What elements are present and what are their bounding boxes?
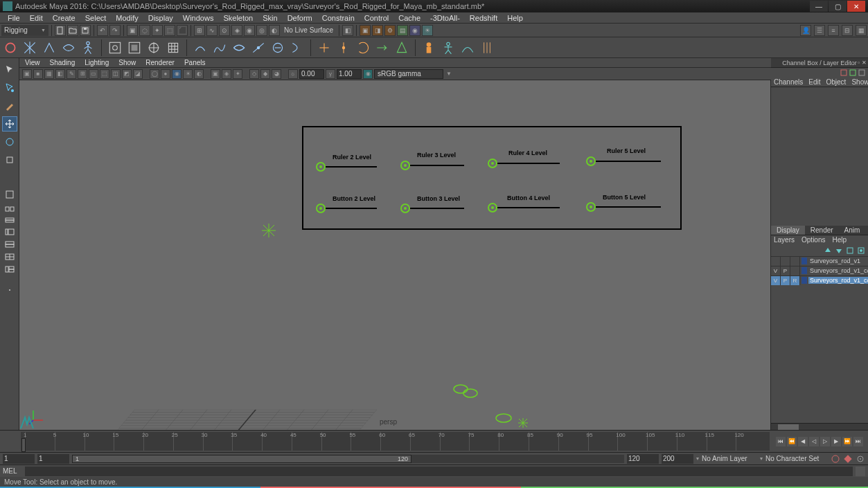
rig-handle-button2[interactable] <box>316 204 326 213</box>
layer-vis-cell[interactable]: V <box>771 276 781 285</box>
rig-handle-button4[interactable] <box>488 203 497 213</box>
image-plane-icon[interactable]: ▦ <box>44 69 54 79</box>
new-layer-assign-icon[interactable] <box>857 246 865 255</box>
lattice-icon[interactable] <box>166 40 181 55</box>
color-space-dropdown[interactable]: sRGB gamma <box>374 69 443 79</box>
wireframe-icon[interactable]: ◯ <box>150 69 159 79</box>
rig-handle-ruler4[interactable] <box>488 159 497 168</box>
rig-handle-ruler2[interactable] <box>316 162 326 172</box>
script-lang-label[interactable]: MEL <box>3 467 22 475</box>
paint-weights-icon[interactable] <box>127 40 142 55</box>
gate-mask-icon[interactable]: ◫ <box>111 69 121 79</box>
snap-point-icon[interactable]: ⊙ <box>219 25 230 36</box>
wire-icon[interactable] <box>251 40 266 55</box>
viewport[interactable]: Ruler 2 Level Ruler 3 Level Ruler 4 Leve… <box>19 80 771 430</box>
channel-box-icon[interactable]: ▦ <box>856 25 867 36</box>
cluster-icon[interactable] <box>193 40 208 55</box>
exposure-value[interactable]: 0.00 <box>299 69 324 79</box>
rig-track-ruler2[interactable] <box>326 166 377 168</box>
menu-constrain[interactable]: Constrain <box>317 14 360 22</box>
persp-outliner-icon[interactable] <box>2 240 17 249</box>
range-handle[interactable]: 1 120 <box>72 455 411 463</box>
tool-settings-icon[interactable]: ⊟ <box>842 25 853 36</box>
orient-constraint-icon[interactable] <box>355 40 371 55</box>
gamma-icon[interactable]: γ <box>326 69 335 79</box>
new-layer-icon[interactable] <box>846 246 854 255</box>
paint-tool[interactable] <box>2 98 17 114</box>
menu-options[interactable]: Options <box>801 236 825 244</box>
menu-skin[interactable]: Skin <box>258 14 282 22</box>
layer-scrollbar[interactable] <box>771 423 868 430</box>
2d-pan-icon[interactable]: ◧ <box>55 69 65 79</box>
layer-move-up-icon[interactable] <box>824 246 832 255</box>
ik-spline-icon[interactable] <box>61 40 76 55</box>
channel-icon-3[interactable] <box>858 69 865 76</box>
wrap-icon[interactable] <box>231 40 247 55</box>
single-pane-icon[interactable] <box>2 187 17 202</box>
quick-rig-icon[interactable] <box>421 40 436 55</box>
tab-render[interactable]: Render <box>805 226 839 235</box>
menu-3dtoall[interactable]: -3DtoAll- <box>425 14 465 22</box>
menu-deform[interactable]: Deform <box>283 14 317 22</box>
panel-menu-renderer[interactable]: Renderer <box>145 59 175 66</box>
prefs-icon[interactable] <box>856 454 865 464</box>
shadows-icon[interactable]: ◐ <box>194 69 204 79</box>
go-to-end-icon[interactable]: ⏭ <box>853 437 863 446</box>
outliner-pane-icon[interactable] <box>2 227 17 237</box>
character-set-dropdown[interactable]: No Character Set <box>765 455 828 462</box>
move-tool[interactable] <box>2 116 17 132</box>
film-gate-icon[interactable]: ▭ <box>89 69 98 79</box>
render-view-icon[interactable]: ▤ <box>397 25 408 36</box>
time-current-marker[interactable] <box>21 438 26 452</box>
range-end-inner[interactable]: 120 <box>627 454 659 464</box>
range-track[interactable]: 1 120 <box>72 455 624 463</box>
layer-vis-cell[interactable]: V <box>771 266 781 275</box>
layer-color-swatch[interactable] <box>801 257 807 264</box>
anim-layer-dropdown[interactable]: No Anim Layer <box>702 455 757 462</box>
layer-ref-cell[interactable] <box>790 257 800 266</box>
menu-redshift[interactable]: Redshift <box>465 14 502 22</box>
four-pane-icon[interactable] <box>2 205 17 213</box>
menu-cache[interactable]: Cache <box>393 14 425 22</box>
rig-track-button2[interactable] <box>326 208 377 209</box>
ring-control-2[interactable] <box>495 413 513 424</box>
human-ik-icon[interactable] <box>441 40 456 55</box>
light-editor-icon[interactable]: ☀ <box>422 25 433 36</box>
rig-track-ruler5[interactable] <box>596 161 661 162</box>
attribute-editor-icon[interactable]: ≡ <box>828 25 839 36</box>
point-constraint-icon[interactable] <box>336 40 351 55</box>
redo-icon[interactable]: ↷ <box>109 25 121 36</box>
snap-plane-icon[interactable]: ◈ <box>231 25 242 36</box>
exposure-icon[interactable]: ☼ <box>288 69 298 79</box>
hypershade-icon[interactable]: ◉ <box>409 25 420 36</box>
layer-row[interactable]: V P Surveyors_rod_v1_con <box>771 266 868 275</box>
select-tool[interactable] <box>2 62 17 78</box>
render-frame-icon[interactable]: ▣ <box>360 25 371 36</box>
lasso-tool[interactable] <box>2 80 17 96</box>
menu-control[interactable]: Control <box>360 14 393 22</box>
ao-icon[interactable]: ◕ <box>272 69 281 79</box>
aa-icon[interactable]: ◇ <box>249 69 259 79</box>
xray-icon[interactable]: ◈ <box>222 69 231 79</box>
render-settings-icon[interactable]: ⚙ <box>384 25 396 36</box>
blend-shape-icon[interactable] <box>212 40 227 55</box>
command-input[interactable] <box>25 467 853 476</box>
shelf-tab-icon[interactable] <box>3 40 18 55</box>
minimize-button[interactable]: — <box>810 1 828 12</box>
menu-layers[interactable]: Layers <box>774 236 795 244</box>
menu-display[interactable]: Display <box>143 14 178 22</box>
save-scene-icon[interactable] <box>80 25 91 36</box>
snap-grid-icon[interactable]: ⊞ <box>194 25 205 36</box>
graph-pane-icon[interactable] <box>2 252 17 262</box>
panel-menu-view[interactable]: View <box>25 59 40 66</box>
menu-create[interactable]: Create <box>48 14 80 22</box>
layer-play-cell[interactable]: P <box>781 266 790 275</box>
snap-view-icon[interactable]: ◎ <box>256 25 267 36</box>
panel-menu-show[interactable]: Show <box>118 59 136 66</box>
workspace-dropdown[interactable]: Rigging ▼ <box>1 25 48 36</box>
menu-edit[interactable]: Edit <box>25 14 48 22</box>
layer-row[interactable]: V P R Surveyors_rod_v1_con <box>771 275 868 285</box>
shaded-icon[interactable]: ● <box>161 69 170 79</box>
range-end-outer[interactable]: 200 <box>662 454 693 464</box>
resolution-gate-icon[interactable]: ⬚ <box>100 69 109 79</box>
